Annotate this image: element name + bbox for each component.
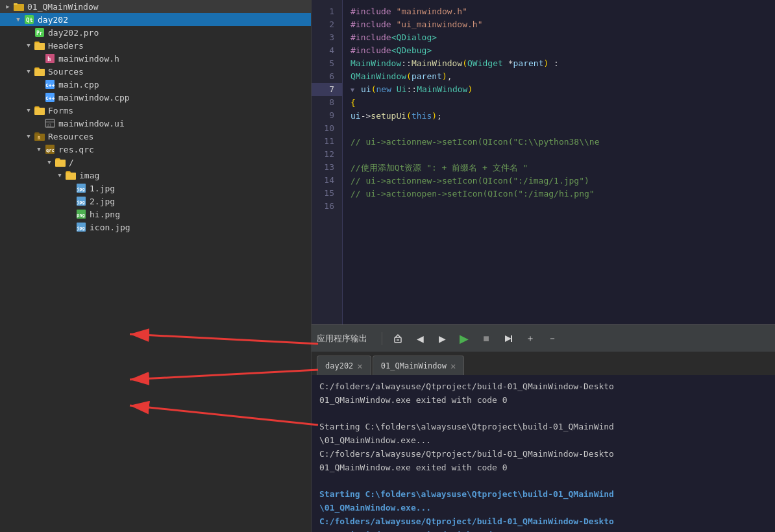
fold-arrow-7[interactable]: ▼ xyxy=(351,86,358,93)
line-num-10: 10 xyxy=(312,122,342,135)
tree-label-main.cpp: main.cpp xyxy=(58,80,99,90)
tree-icon-folder-yellow xyxy=(65,170,77,180)
code-token: #include xyxy=(351,45,391,55)
output-content[interactable]: C:/folders/alwaysuse/Qtproject/build-01_… xyxy=(312,375,775,532)
separator-1 xyxy=(382,332,382,345)
code-token: //使用添加Qt资源 ": + 前缀名 + 文件名 " xyxy=(351,163,528,173)
output-line-8: Starting C:\folders\alwaysuse\Qtproject\… xyxy=(319,488,767,502)
code-token: -> xyxy=(361,111,371,121)
code-token: ) xyxy=(442,71,447,81)
code-line-5: MainWindow::MainWindow(QWidget *parent) … xyxy=(351,57,767,70)
stop-button[interactable]: ■ xyxy=(477,330,495,348)
output-line-11: 01_QMainWindow.exe exited with code 0 xyxy=(319,529,767,532)
code-token: ( xyxy=(406,71,412,81)
tree-item-imag[interactable]: imag xyxy=(0,169,311,182)
svg-text:jpg: jpg xyxy=(77,187,85,192)
right-panel: 12345678910111213141516 #include "mainwi… xyxy=(312,0,775,532)
tree-icon-ui: UI xyxy=(44,118,56,128)
output-tab-close-01_QMainWindow[interactable]: ✕ xyxy=(450,361,456,370)
tree-arrow-01_QMainWindow xyxy=(3,1,13,12)
code-line-3: #include<QDialog> xyxy=(351,31,767,44)
svg-rect-7 xyxy=(34,43,45,50)
code-token: QMainWindow xyxy=(351,71,406,81)
code-token: ) xyxy=(432,111,437,121)
line-num-12: 12 xyxy=(312,148,342,161)
code-line-2: #include "ui_mainwindow.h" xyxy=(351,18,767,31)
code-line-13: //使用添加Qt资源 ": + 前缀名 + 文件名 " xyxy=(351,162,767,175)
tree-item-2.jpg[interactable]: jpg2.jpg xyxy=(0,195,311,208)
tree-icon-folder-yellow xyxy=(55,157,66,167)
run-button[interactable]: ▶ xyxy=(455,330,473,348)
output-line-1: 01_QMainWindow.exe exited with code 0 xyxy=(319,394,767,407)
code-token: new xyxy=(376,84,391,94)
tree-icon-qt-project: Qt xyxy=(23,14,35,25)
minus-button[interactable]: － xyxy=(543,330,561,348)
output-tab-day202[interactable]: day202✕ xyxy=(317,356,371,375)
code-token: MainWindow xyxy=(351,58,401,68)
tree-item-root_slash[interactable]: / xyxy=(0,156,311,169)
tree-item-mainwindow.h[interactable]: hmainwindow.h xyxy=(0,52,311,65)
tree-item-hi.png[interactable]: pnghi.png xyxy=(0,208,311,221)
svg-text:Pr: Pr xyxy=(36,30,43,36)
output-line-2 xyxy=(319,407,767,421)
tree-item-mainwindow.cpp[interactable]: c++mainwindow.cpp xyxy=(0,91,311,104)
output-line-5: C:/folders/alwaysuse/Qtproject/build-01_… xyxy=(319,448,767,461)
line-num-13: 13 xyxy=(312,161,342,174)
code-token: ( xyxy=(371,84,376,94)
tree-icon-png: png xyxy=(75,209,87,219)
output-tab-01_QMainWindow[interactable]: 01_QMainWindow✕ xyxy=(373,356,465,375)
tree-icon-cpp: c++ xyxy=(44,79,56,90)
line-num-1: 1 xyxy=(312,5,342,18)
debug-button[interactable] xyxy=(389,330,407,348)
prev-button[interactable]: ◀ xyxy=(411,330,429,348)
output-toolbar: 应用程序输出 ◀ ▶ ▶ ■ xyxy=(312,324,775,352)
code-token: ui xyxy=(361,84,371,94)
plus-button[interactable]: ＋ xyxy=(521,330,539,348)
output-tab-close-day202[interactable]: ✕ xyxy=(357,361,362,370)
code-token: <QDialog> xyxy=(391,32,437,42)
tree-item-Resources[interactable]: RResources xyxy=(0,130,311,143)
line-num-7: 7 xyxy=(312,83,342,96)
tree-item-Sources[interactable]: Sources xyxy=(0,65,311,78)
tree-arrow-Resources xyxy=(23,131,34,141)
tree-item-day202.pro[interactable]: Prday202.pro xyxy=(0,26,311,39)
code-token: ( xyxy=(406,111,412,121)
tree-item-icon.jpg[interactable]: jpgicon.jpg xyxy=(0,221,311,234)
tree-item-day202[interactable]: Qtday202 xyxy=(0,13,311,26)
tree-item-res.qrc[interactable]: qrcres.qrc xyxy=(0,143,311,156)
code-token: :: xyxy=(401,58,412,68)
line-num-2: 2 xyxy=(312,18,342,31)
tree-item-Forms[interactable]: Forms xyxy=(0,104,311,117)
line-num-6: 6 xyxy=(312,70,342,83)
svg-marker-35 xyxy=(505,335,511,342)
output-line-9: \01_QMainWindow.exe... xyxy=(319,502,767,515)
code-token: #include xyxy=(351,6,396,16)
line-num-16: 16 xyxy=(312,200,342,213)
code-token: // ui->actionnew->setIcon(QIcon(":/imag/… xyxy=(351,176,589,186)
tree-icon-h: h xyxy=(44,53,56,64)
output-tab-label-01_QMainWindow: 01_QMainWindow xyxy=(381,361,447,370)
code-token: parent xyxy=(412,71,442,81)
tree-icon-jpg: jpg xyxy=(75,183,87,193)
line-num-9: 9 xyxy=(312,109,342,122)
tree-arrow-day202 xyxy=(13,14,23,25)
next-button[interactable]: ▶ xyxy=(433,330,451,348)
tree-icon-folder-yellow xyxy=(34,66,45,77)
code-token: parent xyxy=(513,58,544,68)
code-token: // ui->actionnew->setIcon(QIcon("C:\\pyt… xyxy=(351,137,600,147)
tree-item-mainwindow.ui[interactable]: UImainwindow.ui xyxy=(0,117,311,130)
tree-label-Resources: Resources xyxy=(48,132,93,141)
tree-label-Headers: Headers xyxy=(48,41,84,51)
tree-label-01_QMainWindow: 01_QMainWindow xyxy=(27,2,99,12)
code-content[interactable]: #include "mainwindow.h"#include "ui_main… xyxy=(343,0,775,324)
tree-item-Headers[interactable]: Headers xyxy=(0,39,311,52)
tree-item-main.cpp[interactable]: c++main.cpp xyxy=(0,78,311,91)
tree-label-icon.jpg: icon.jpg xyxy=(90,223,130,232)
tree-item-1.jpg[interactable]: jpg1.jpg xyxy=(0,182,311,195)
line-num-14: 14 xyxy=(312,174,342,187)
tree-item-01_QMainWindow[interactable]: 01_QMainWindow xyxy=(0,0,311,13)
tree-arrow-imag xyxy=(55,170,65,180)
output-title: 应用程序输出 xyxy=(317,333,367,345)
code-token: ui xyxy=(351,111,361,121)
step-button[interactable] xyxy=(499,330,517,348)
